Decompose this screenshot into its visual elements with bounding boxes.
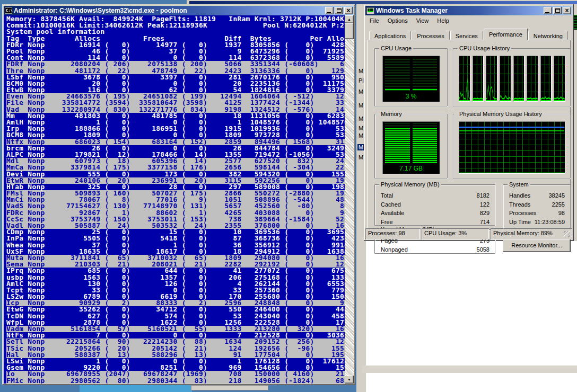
resource-monitor-button[interactable]: Resource Monitor... [503,238,571,252]
cpu-usage-group: CPU Usage 3 % [374,48,448,106]
cpu-history-panel-5 [513,56,524,101]
task-manager-icon [366,7,374,14]
cmd-maximize-button[interactable] [335,7,343,14]
menu-options[interactable]: Options [383,16,412,25]
task-manager-titlebar[interactable]: Windows Task Manager × [365,6,572,15]
status-cpu-usage: CPU Usage: 3% [422,228,489,239]
tm-minimize-button[interactable] [544,7,552,14]
console-scrollbar[interactable]: ▲ ▼ [345,15,354,384]
tab-strip: ApplicationsProcessesServicesPerformance… [369,29,571,40]
background-window-band [362,366,577,373]
cpu-usage-value: 3 % [382,93,440,100]
cpu-history-panel-8 [554,56,565,101]
physical-memory-label: Physical Memory (MB) [379,181,441,188]
cmd-titlebar[interactable]: C:\ Administrator: C:\Windows\System32\c… [4,6,354,15]
cpu-history-group: CPU Usage History [453,48,571,106]
memory-label: Memory [379,111,404,117]
task-manager-window: Windows Task Manager × File Options View… [364,4,574,241]
cpu-history-panel-1 [459,56,470,101]
tab-networking[interactable]: Networking [528,31,568,40]
system-label: System [508,181,530,188]
maximize-icon [337,8,342,13]
console-area[interactable]: Memory: 8378456K Avail: 849924K PageFlts… [4,15,354,384]
stat-row-handles: Handles38245 [503,192,570,199]
tm-maximize-button[interactable] [553,7,562,14]
stat-row-total: Total8182 [375,192,495,199]
memory-history-group: Physical Memory Usage History [453,114,571,179]
memory-history-blue-line [459,127,564,128]
memory-gauge: 7.17 GB [382,121,440,174]
cpu-usage-label: CPU Usage [379,45,413,51]
menu-view[interactable]: View [412,16,433,25]
cpu-history-panel-6 [527,56,538,101]
memory-group: Memory 7.17 GB [374,114,448,179]
stat-row-available: Available829 [375,210,495,216]
system-group: System Handles38245Threads2255Processes9… [503,184,571,233]
console-output: Memory: 8378456K Avail: 849924K PageFlts… [6,16,353,384]
minimize-icon [545,12,549,13]
status-physical-memory: Physical Memory: 89% [491,228,572,239]
memory-led-area [385,123,437,163]
cmd-window: C:\ Administrator: C:\Windows\System32\c… [2,4,355,385]
stat-row-processes: Processes98 [503,210,570,216]
status-processes: Processes: 98 [365,228,420,239]
stat-row-cached: Cached122 [375,201,495,208]
cmd-window-title: Administrator: C:\Windows\System32\cmd.e… [14,7,325,14]
cpu-history-panel-4 [500,56,511,101]
menu-file[interactable]: File [365,16,383,25]
status-bar: Processes: 98 CPU Usage: 3% Physical Mem… [365,227,572,239]
cpu-history-panel-2 [473,56,484,101]
minimize-icon [327,12,331,13]
stat-row-free: Free714 [375,219,495,225]
pool-row-FMic: FMic Nonp 2980562 ( 80) 2980344 ( 83) 21… [6,378,353,384]
stat-row-up-time: Up Time11:23:08:59 [503,219,570,225]
physical-memory-group: Physical Memory (MB) Total8182Cached122A… [374,184,495,226]
tm-close-button[interactable]: × [563,7,571,14]
cmd-minimize-button[interactable] [325,7,334,14]
memory-history-label: Physical Memory Usage History [458,111,544,117]
cpu-led-area [385,58,437,91]
arrow-down-icon: ▼ [347,378,351,381]
desktop-bottom-strip [80,385,192,392]
tab-processes[interactable]: Processes [412,31,449,40]
stat-row-nonpaged: Nonpaged5058 [375,246,495,253]
close-icon: × [346,8,350,13]
scroll-up-button[interactable]: ▲ [345,15,354,23]
cmd-close-button[interactable]: × [344,7,353,14]
cpu-history-panel-3 [486,56,497,101]
menu-help[interactable]: Help [433,16,453,25]
background-graph-sliver [574,15,577,30]
cmd-icon: C:\ [5,7,12,14]
memory-history-green-line [459,130,564,131]
resize-grip[interactable] [564,231,570,237]
cpu-history-panel-7 [540,56,552,101]
stat-row-threads: Threads2255 [503,201,570,208]
memory-history-panel [459,121,565,173]
cpu-history-panels [459,56,565,101]
desktop: MPlMMMMMMM C:\ Administrator: C:\Windows… [0,0,577,392]
task-manager-title: Windows Task Manager [376,7,544,14]
tab-services[interactable]: Services [450,31,483,40]
scrollbar-thumb[interactable] [345,23,354,39]
memory-value: 7.17 GB [382,165,440,172]
performance-page: CPU Usage 3 % CPU Usage History Memory [367,40,571,228]
background-window-bottom-stub [191,385,268,390]
scroll-down-button[interactable]: ▼ [345,376,354,384]
cpu-gauge: 3 % [382,56,440,102]
maximize-icon [555,8,560,13]
cpu-history-label: CPU Usage History [458,45,511,51]
arrow-up-icon: ▲ [347,17,351,21]
menu-bar: File Options View Help [365,16,572,25]
close-icon: × [565,8,569,13]
tab-applications[interactable]: Applications [369,31,411,40]
tab-performance[interactable]: Performance [484,29,528,40]
